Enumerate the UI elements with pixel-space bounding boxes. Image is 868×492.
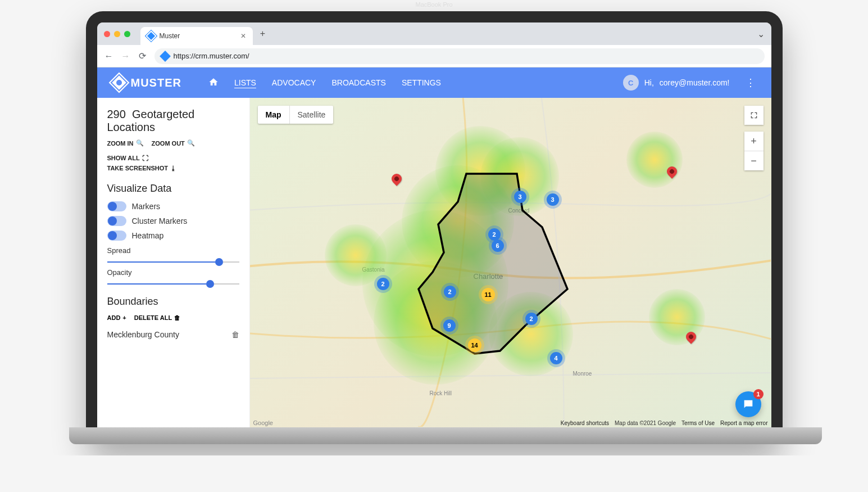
cluster-marker[interactable]: 6 (492, 240, 504, 252)
terms-link[interactable]: Terms of Use (681, 420, 715, 426)
zoom-out-icon: 🔍 (187, 139, 195, 147)
window-minimize-dot[interactable] (114, 31, 120, 37)
cluster-marker[interactable]: 2 (488, 228, 501, 241)
cluster-marker[interactable]: 14 (468, 338, 481, 352)
zoom-out-button[interactable]: ZOOM OUT 🔍 (152, 139, 195, 147)
show-all-button[interactable]: SHOW ALL ⛶ (107, 155, 148, 161)
chat-badge: 1 (753, 389, 764, 399)
map-zoom-out-button[interactable]: − (744, 151, 764, 170)
city-label: Rock Hill (430, 390, 452, 396)
toggle-markers-label: Markers (132, 202, 161, 211)
user-email: corey@muster.com! (660, 78, 730, 87)
toggle-heatmap-label: Heatmap (132, 231, 164, 240)
cluster-marker[interactable]: 9 (443, 319, 456, 332)
new-tab-button[interactable]: + (257, 28, 269, 39)
keyboard-shortcuts-link[interactable]: Keyboard shortcuts (561, 420, 609, 426)
tabs-overflow-icon[interactable]: ⌄ (757, 29, 765, 39)
crop-free-icon: ⛶ (142, 155, 148, 161)
boundary-name: Mecklenburg County (107, 330, 179, 339)
toggle-cluster-markers[interactable] (107, 216, 126, 226)
toggle-markers[interactable] (107, 201, 126, 211)
heatmap-blob (325, 224, 387, 286)
spread-slider[interactable] (107, 261, 239, 263)
map-type-satellite[interactable]: Satellite (290, 106, 334, 124)
map-zoom-in-button[interactable]: + (744, 132, 764, 151)
spread-label: Spread (107, 246, 239, 255)
map-type-map[interactable]: Map (258, 106, 289, 124)
tab-title: Muster (160, 32, 180, 40)
cluster-marker[interactable]: 2 (377, 278, 389, 290)
brand-logo[interactable]: MUSTER (113, 76, 181, 89)
heatmap-blob (374, 261, 497, 385)
forward-icon[interactable]: → (121, 51, 131, 61)
boundaries-heading: Boundaries (107, 296, 239, 308)
app-header: MUSTER LISTS ADVOCACY BROADCASTS SETTING… (97, 67, 771, 98)
city-label: Charlotte (474, 272, 503, 281)
cluster-marker[interactable]: 3 (514, 191, 526, 203)
logo-icon (110, 74, 128, 91)
nav-advocacy[interactable]: ADVOCACY (272, 78, 316, 87)
nav-home-icon[interactable] (208, 77, 219, 89)
greeting-prefix: Hi, (644, 78, 654, 87)
cluster-marker[interactable]: 2 (444, 286, 456, 298)
report-error-link[interactable]: Report a map error (720, 420, 767, 426)
window-maximize-dot[interactable] (124, 31, 130, 37)
city-label: Concord (508, 207, 530, 214)
chat-widget[interactable]: 1 (735, 391, 761, 417)
cluster-marker[interactable]: 3 (547, 193, 559, 206)
heatmap-blob (480, 137, 559, 216)
cluster-marker[interactable]: 11 (481, 288, 495, 301)
nav-broadcasts[interactable]: BROADCASTS (331, 78, 385, 87)
visualize-heading: Visualize Data (107, 183, 239, 195)
city-label: Gastonia (362, 267, 385, 273)
browser-tab-strip: Muster ✕ + ⌄ (97, 22, 771, 45)
brand-name: MUSTER (131, 76, 181, 89)
user-menu[interactable]: C Hi, corey@muster.com! (623, 75, 730, 91)
opacity-label: Opacity (107, 268, 239, 277)
browser-tab[interactable]: Muster ✕ (140, 27, 253, 45)
map-data-text: Map data ©2021 Google (615, 420, 676, 426)
zoom-in-button[interactable]: ZOOM IN 🔍 (107, 139, 144, 147)
map-canvas[interactable]: Charlotte Concord Gastonia Rock Hill Mon… (250, 98, 771, 427)
download-icon: ⭳ (170, 165, 176, 171)
map-type-control: Map Satellite (258, 106, 334, 124)
trash-icon: 🗑 (174, 314, 180, 321)
delete-boundary-icon[interactable]: 🗑 (231, 330, 239, 339)
url-input[interactable]: https://crm.muster.com/ (154, 48, 765, 64)
city-label: Monroe (573, 371, 592, 377)
boundary-item: Mecklenburg County 🗑 (107, 321, 239, 348)
more-icon[interactable]: ⋮ (746, 76, 756, 89)
refresh-icon[interactable]: ⟳ (138, 51, 148, 61)
opacity-slider[interactable] (107, 283, 239, 285)
nav-lists[interactable]: LISTS (234, 78, 256, 87)
zoom-in-icon: 🔍 (136, 139, 144, 147)
fullscreen-button[interactable] (744, 106, 764, 125)
toggle-cluster-markers-label: Cluster Markers (132, 216, 188, 225)
cluster-marker[interactable]: 4 (550, 352, 562, 364)
window-close-dot[interactable] (104, 31, 110, 37)
take-screenshot-button[interactable]: TAKE SCREENSHOT ⭳ (107, 165, 177, 171)
location-pin-icon[interactable] (665, 164, 679, 178)
road-network-decorative (250, 98, 771, 427)
heatmap-blob (489, 292, 573, 376)
location-pin-icon[interactable] (684, 329, 698, 344)
google-logo: Google (253, 419, 273, 426)
location-pin-icon[interactable] (389, 171, 403, 186)
heatmap-blob (626, 132, 683, 188)
heatmap-blob (402, 165, 514, 278)
cluster-marker[interactable]: 2 (525, 313, 538, 325)
page-title: 290 Geotargeted Locations (107, 108, 239, 134)
url-text: https://crm.muster.com/ (174, 52, 249, 60)
avatar: C (623, 75, 639, 91)
toggle-heatmap[interactable] (107, 231, 126, 241)
left-panel: 290 Geotargeted Locations ZOOM IN 🔍 ZOOM… (97, 98, 250, 427)
map-attribution: Keyboard shortcuts Map data ©2021 Google… (561, 420, 768, 426)
plus-icon: + (122, 314, 126, 321)
back-icon[interactable]: ← (104, 51, 114, 61)
site-identity-icon (160, 51, 171, 62)
tab-close-icon[interactable]: ✕ (240, 32, 246, 40)
add-boundary-button[interactable]: ADD + (107, 314, 126, 321)
browser-toolbar: ← → ⟳ https://crm.muster.com/ (97, 45, 771, 67)
nav-settings[interactable]: SETTINGS (402, 78, 441, 87)
delete-all-boundaries-button[interactable]: DELETE ALL 🗑 (134, 314, 180, 321)
